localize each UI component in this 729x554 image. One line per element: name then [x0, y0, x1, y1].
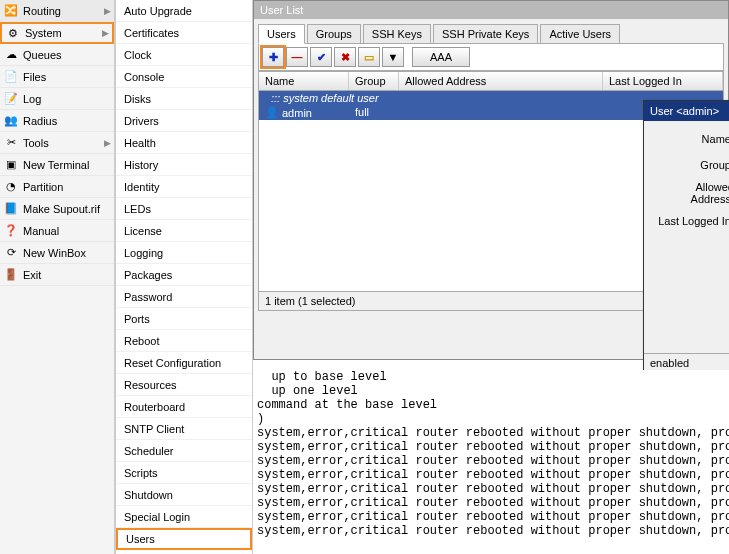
sidebar-label: Queues — [23, 49, 62, 61]
terminal-icon: ▣ — [3, 157, 19, 173]
add-button[interactable]: ✚ — [262, 47, 284, 67]
submenu-item-disks[interactable]: Disks — [116, 88, 252, 110]
sidebar-item-log[interactable]: 📝 Log — [0, 88, 114, 110]
col-allowed-address[interactable]: Allowed Address — [399, 72, 603, 90]
submenu-item-sntp-client[interactable]: SNTP Client — [116, 418, 252, 440]
main-area: User List UsersGroupsSSH KeysSSH Private… — [253, 0, 729, 554]
sidebar-label: Exit — [23, 269, 41, 281]
aaa-button[interactable]: AAA — [412, 47, 470, 67]
submenu-item-console[interactable]: Console — [116, 66, 252, 88]
system-icon: ⚙ — [5, 25, 21, 41]
col-name[interactable]: Name — [259, 72, 349, 90]
user-list-tabs: UsersGroupsSSH KeysSSH Private KeysActiv… — [254, 23, 728, 43]
dialog-titlebar[interactable]: User <admin> ▫ ✕ — [644, 101, 729, 121]
tab-active-users[interactable]: Active Users — [540, 24, 620, 44]
sidebar-item-new-terminal[interactable]: ▣ New Terminal — [0, 154, 114, 176]
addr-label: Allowed Address: — [650, 181, 729, 205]
last-label: Last Logged In: — [650, 215, 729, 227]
enable-button[interactable]: ✔ — [310, 47, 332, 67]
submenu-item-ports[interactable]: Ports — [116, 308, 252, 330]
manual-icon: ❓ — [3, 223, 19, 239]
sidebar-label: New Terminal — [23, 159, 89, 171]
sidebar-item-manual[interactable]: ❓ Manual — [0, 220, 114, 242]
winbox-icon: ⟳ — [3, 245, 19, 261]
files-icon: 📄 — [3, 69, 19, 85]
submenu-item-reboot[interactable]: Reboot — [116, 330, 252, 352]
sidebar-item-radius[interactable]: 👥 Radius — [0, 110, 114, 132]
sidebar-label: Files — [23, 71, 46, 83]
radius-icon: 👥 — [3, 113, 19, 129]
chevron-right-icon: ▶ — [102, 28, 109, 38]
sidebar-item-tools[interactable]: ✂ Tools ▶ — [0, 132, 114, 154]
log-icon: 📝 — [3, 91, 19, 107]
tab-users[interactable]: Users — [258, 24, 305, 44]
submenu-item-drivers[interactable]: Drivers — [116, 110, 252, 132]
chevron-right-icon: ▶ — [104, 138, 111, 148]
grid-header: Name Group Allowed Address Last Logged I… — [259, 72, 723, 91]
supout-icon: 📘 — [3, 201, 19, 217]
submenu-item-routerboard[interactable]: Routerboard — [116, 396, 252, 418]
sidebar-item-partition[interactable]: ◔ Partition — [0, 176, 114, 198]
sidebar-label: Log — [23, 93, 41, 105]
system-submenu: Auto UpgradeCertificatesClockConsoleDisk… — [115, 0, 253, 554]
submenu-item-users[interactable]: Users — [116, 528, 252, 550]
partition-icon: ◔ — [3, 179, 19, 195]
window-title: User List — [254, 1, 728, 19]
main-sidebar: 🔀 Routing ▶ ⚙ System ▶ ☁ Queues 📄 Files … — [0, 0, 115, 554]
sidebar-label: Routing — [23, 5, 61, 17]
sidebar-item-system[interactable]: ⚙ System ▶ — [0, 22, 114, 44]
routing-icon: 🔀 — [3, 3, 19, 19]
tools-icon: ✂ — [3, 135, 19, 151]
user-icon: 👤 — [265, 106, 279, 119]
tab-ssh-private-keys[interactable]: SSH Private Keys — [433, 24, 538, 44]
submenu-item-special-login[interactable]: Special Login — [116, 506, 252, 528]
submenu-item-scripts[interactable]: Scripts — [116, 462, 252, 484]
user-list-toolbar: ✚ — ✔ ✖ ▭ ▼ AAA — [258, 43, 724, 71]
submenu-item-shutdown[interactable]: Shutdown — [116, 484, 252, 506]
dialog-form: Name: Group: ◆ Allowed Address: ◆ — [650, 129, 729, 345]
sidebar-item-supout[interactable]: 📘 Make Supout.rif — [0, 198, 114, 220]
submenu-item-certificates[interactable]: Certificates — [116, 22, 252, 44]
submenu-item-resources[interactable]: Resources — [116, 374, 252, 396]
terminal-output[interactable]: up to base level up one level command at… — [253, 370, 729, 554]
user-properties-dialog: User <admin> ▫ ✕ Name: Group: ◆ — [643, 100, 729, 373]
sidebar-item-new-winbox[interactable]: ⟳ New WinBox — [0, 242, 114, 264]
cell-name: admin — [282, 107, 312, 119]
sidebar-label: Tools — [23, 137, 49, 149]
remove-button[interactable]: — — [286, 47, 308, 67]
submenu-item-auto-upgrade[interactable]: Auto Upgrade — [116, 0, 252, 22]
tab-groups[interactable]: Groups — [307, 24, 361, 44]
submenu-item-packages[interactable]: Packages — [116, 264, 252, 286]
sidebar-label: Partition — [23, 181, 63, 193]
disable-button[interactable]: ✖ — [334, 47, 356, 67]
submenu-item-clock[interactable]: Clock — [116, 44, 252, 66]
sidebar-label: Radius — [23, 115, 57, 127]
exit-icon: 🚪 — [3, 267, 19, 283]
sidebar-item-files[interactable]: 📄 Files — [0, 66, 114, 88]
submenu-item-license[interactable]: License — [116, 220, 252, 242]
col-group[interactable]: Group — [349, 72, 399, 90]
chevron-right-icon: ▶ — [104, 6, 111, 16]
submenu-item-health[interactable]: Health — [116, 132, 252, 154]
sidebar-item-queues[interactable]: ☁ Queues — [0, 44, 114, 66]
sidebar-item-exit[interactable]: 🚪 Exit — [0, 264, 114, 286]
submenu-item-reset-configuration[interactable]: Reset Configuration — [116, 352, 252, 374]
sidebar-label: System — [25, 27, 62, 39]
submenu-item-logging[interactable]: Logging — [116, 242, 252, 264]
submenu-item-identity[interactable]: Identity — [116, 176, 252, 198]
group-label: Group: — [650, 159, 729, 171]
col-last-logged[interactable]: Last Logged In — [603, 72, 723, 90]
submenu-item-history[interactable]: History — [116, 154, 252, 176]
submenu-item-password[interactable]: Password — [116, 286, 252, 308]
sidebar-label: Manual — [23, 225, 59, 237]
tab-ssh-keys[interactable]: SSH Keys — [363, 24, 431, 44]
queues-icon: ☁ — [3, 47, 19, 63]
submenu-item-leds[interactable]: LEDs — [116, 198, 252, 220]
dialog-title: User <admin> — [650, 105, 719, 117]
sidebar-item-routing[interactable]: 🔀 Routing ▶ — [0, 0, 114, 22]
sidebar-label: Make Supout.rif — [23, 203, 100, 215]
cell-group: full — [349, 105, 399, 120]
filter-button[interactable]: ▼ — [382, 47, 404, 67]
submenu-item-scheduler[interactable]: Scheduler — [116, 440, 252, 462]
comment-button[interactable]: ▭ — [358, 47, 380, 67]
